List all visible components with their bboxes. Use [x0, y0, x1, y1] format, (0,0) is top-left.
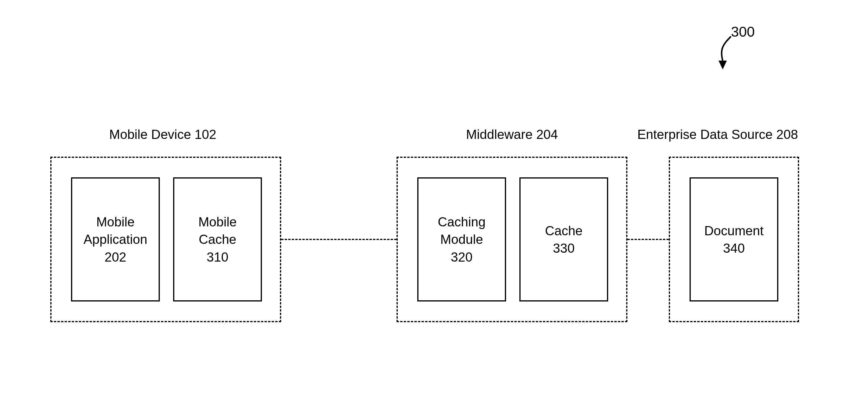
svg-marker-0 [718, 61, 727, 69]
mobile-cache-label: Mobile Cache 310 [198, 213, 237, 266]
mobile-application-box: Mobile Application 202 [71, 177, 160, 302]
middleware-group-label: Middleware 204 [453, 127, 571, 142]
diagram-canvas: 300 Mobile Device 102 Middleware 204 Ent… [0, 0, 868, 407]
cache-box: Cache 330 [519, 177, 608, 302]
caching-module-label: Caching Module 320 [438, 213, 485, 266]
figure-number-arrow-icon [710, 34, 737, 72]
enterprise-group-label: Enterprise Data Source 208 [629, 127, 806, 142]
connector-mobile-to-middleware [281, 239, 397, 240]
mobile-application-label: Mobile Application 202 [84, 213, 147, 266]
caching-module-box: Caching Module 320 [417, 177, 506, 302]
mobile-cache-box: Mobile Cache 310 [173, 177, 262, 302]
cache-label: Cache 330 [545, 222, 582, 257]
document-box: Document 340 [689, 177, 778, 302]
document-label: Document 340 [704, 222, 764, 257]
connector-middleware-to-enterprise [627, 239, 669, 240]
mobile-device-group-label: Mobile Device 102 [103, 127, 222, 142]
